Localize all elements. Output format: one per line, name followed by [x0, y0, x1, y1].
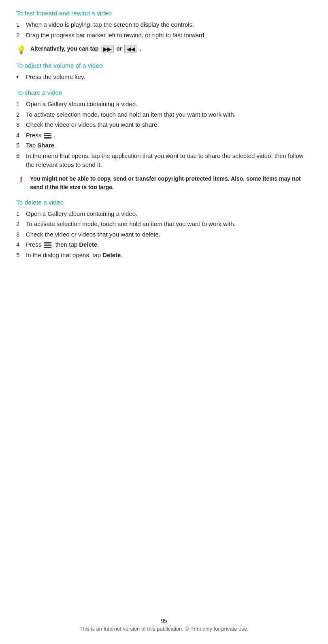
- warning-box: ! You might not be able to copy, send or…: [16, 175, 312, 192]
- list-num: 1: [16, 209, 26, 219]
- list-text: Tap Share.: [26, 141, 312, 150]
- list-text: Press .: [26, 131, 312, 140]
- list-item: 3 Check the video or videos that you wan…: [16, 230, 312, 239]
- list-fast-forward: 1 When a video is playing, tap the scree…: [16, 20, 312, 40]
- section-share-video: To share a video 1 Open a Gallery album …: [16, 89, 312, 192]
- heading-fast-forward: To fast forward and rewind a video: [16, 10, 312, 17]
- delete-bold-5: Delete: [102, 252, 121, 258]
- list-num: 3: [16, 120, 26, 130]
- tip-box: 💡 Alternatively, you can tap ▶▶ or ◀◀ .: [16, 45, 312, 55]
- list-item: 5 In the dialog that opens, tap Delete.: [16, 251, 312, 260]
- list-item: 5 Tap Share.: [16, 141, 312, 150]
- list-text: Check the video or videos that you want …: [26, 120, 312, 130]
- list-item: 1 When a video is playing, tap the scree…: [16, 20, 312, 30]
- list-item: • Press the volume key.: [16, 73, 312, 82]
- list-adjust-volume: • Press the volume key.: [16, 73, 312, 82]
- tip-prefix: Alternatively, you can tap: [30, 45, 99, 52]
- list-num: 1: [16, 20, 26, 30]
- list-item: 4 Press , then tap Delete.: [16, 240, 312, 249]
- tip-icon: 💡: [16, 45, 26, 55]
- list-num: 6: [16, 151, 26, 161]
- list-text: Open a Gallery album containing a video.: [26, 209, 312, 219]
- list-item: 6 In the menu that opens, tap the applic…: [16, 151, 312, 170]
- page-content: To fast forward and rewind a video 1 Whe…: [0, 0, 328, 299]
- list-item: 1 Open a Gallery album containing a vide…: [16, 100, 312, 109]
- list-num: 2: [16, 110, 26, 119]
- list-item: 2 Drag the progress bar marker left to r…: [16, 31, 312, 40]
- tip-suffix: .: [140, 45, 141, 52]
- list-text: When a video is playing, tap the screen …: [26, 20, 312, 30]
- heading-delete-video: To delete a video: [16, 199, 312, 206]
- warning-text: You might not be able to copy, send or t…: [30, 175, 312, 192]
- list-num: 2: [16, 220, 26, 229]
- press-label: Press: [26, 132, 43, 139]
- page-footer: 95 This is an Internet version of this p…: [0, 618, 328, 632]
- list-delete-video: 1 Open a Gallery album containing a vide…: [16, 209, 312, 260]
- list-num: 4: [16, 131, 26, 140]
- section-fast-forward: To fast forward and rewind a video 1 Whe…: [16, 10, 312, 55]
- menu-icon: [44, 133, 51, 139]
- list-item: 3 Check the video or videos that you wan…: [16, 120, 312, 130]
- delete-bold-4: Delete: [79, 241, 97, 248]
- list-text: Drag the progress bar marker left to rew…: [26, 31, 312, 40]
- list-text: In the dialog that opens, tap Delete.: [26, 251, 312, 260]
- list-text: Open a Gallery album containing a video.: [26, 100, 312, 109]
- list-num: 3: [16, 230, 26, 239]
- fast-forward-btn: ▶▶: [101, 45, 114, 53]
- list-text: Check the video or videos that you want …: [26, 230, 312, 239]
- heading-adjust-volume: To adjust the volume of a video: [16, 62, 312, 69]
- list-num: 2: [16, 31, 26, 40]
- list-num: 1: [16, 100, 26, 109]
- list-num: 4: [16, 240, 26, 249]
- section-adjust-volume: To adjust the volume of a video • Press …: [16, 62, 312, 82]
- list-text: In the menu that opens, tap the applicat…: [26, 151, 312, 170]
- list-item: 2 To activate selection mode, touch and …: [16, 220, 312, 229]
- list-text: Press the volume key.: [26, 73, 85, 82]
- bullet-symbol: •: [16, 73, 26, 82]
- list-text: Press , then tap Delete.: [26, 240, 312, 249]
- list-text: To activate selection mode, touch and ho…: [26, 110, 312, 119]
- share-bold: Share: [37, 142, 54, 149]
- page-number: 95: [0, 618, 328, 624]
- tip-text: Alternatively, you can tap ▶▶ or ◀◀ .: [30, 45, 141, 53]
- list-num: 5: [16, 141, 26, 150]
- menu-icon-delete: [44, 242, 51, 248]
- tip-middle: or: [116, 45, 124, 52]
- warning-icon: !: [16, 175, 26, 184]
- list-text: To activate selection mode, touch and ho…: [26, 220, 312, 229]
- period: .: [54, 132, 55, 139]
- list-item: 2 To activate selection mode, touch and …: [16, 110, 312, 119]
- rewind-btn: ◀◀: [124, 45, 137, 53]
- list-item: 4 Press .: [16, 131, 312, 140]
- list-item: 1 Open a Gallery album containing a vide…: [16, 209, 312, 219]
- heading-share-video: To share a video: [16, 89, 312, 96]
- list-share-video: 1 Open a Gallery album containing a vide…: [16, 100, 312, 170]
- footer-text: This is an Internet version of this publ…: [0, 626, 328, 632]
- section-delete-video: To delete a video 1 Open a Gallery album…: [16, 199, 312, 260]
- list-num: 5: [16, 251, 26, 260]
